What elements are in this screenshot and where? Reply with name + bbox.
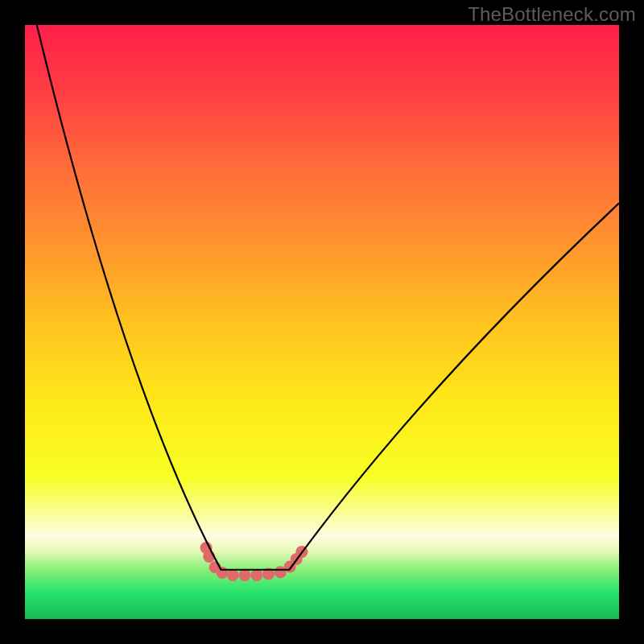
curve-bead	[227, 569, 239, 581]
gradient-background	[25, 25, 619, 619]
plot-svg	[25, 25, 619, 619]
watermark-text: TheBottleneck.com	[468, 3, 636, 26]
curve-bead	[250, 569, 262, 581]
plot-area	[25, 25, 619, 619]
chart-frame: TheBottleneck.com	[0, 0, 644, 644]
curve-bead	[239, 569, 251, 581]
curve-bead	[217, 567, 229, 579]
